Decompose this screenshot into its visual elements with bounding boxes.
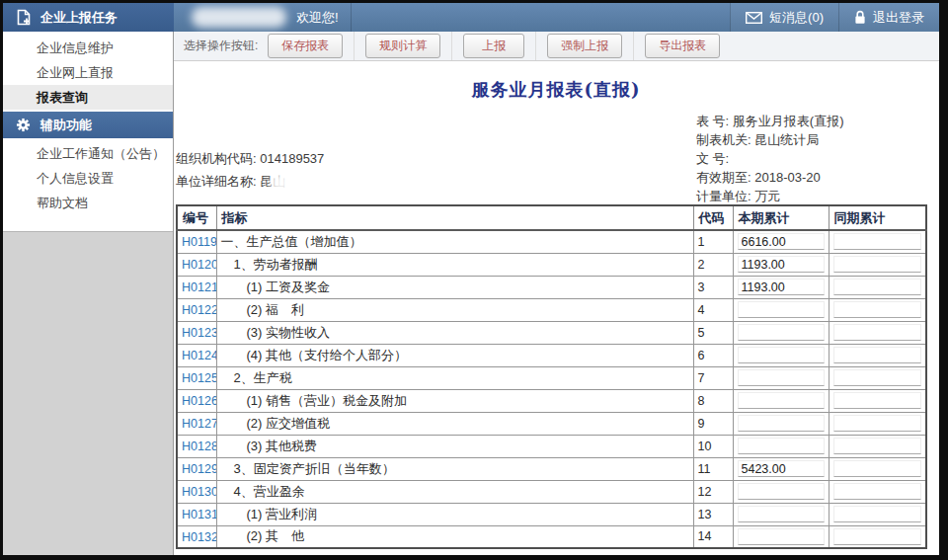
code-cell: 11 bbox=[693, 457, 733, 480]
prior-period-input[interactable] bbox=[833, 369, 922, 386]
row-id-link[interactable]: H0129 bbox=[182, 462, 216, 476]
prior-period-input[interactable] bbox=[833, 506, 922, 522]
save-report-button[interactable]: 保存报表 bbox=[268, 34, 343, 58]
row-id-link[interactable]: H0120 bbox=[182, 258, 216, 272]
toolbar-separator bbox=[535, 32, 536, 60]
current-period-input[interactable] bbox=[738, 506, 825, 522]
prior-period-input[interactable] bbox=[833, 347, 922, 363]
sidebar-section-header-aux[interactable]: 辅助功能 bbox=[3, 112, 173, 138]
current-period-input[interactable] bbox=[738, 324, 825, 341]
current-period-input[interactable] bbox=[738, 233, 825, 250]
content-area: 选择操作按钮: 保存报表 规则计算 上报 强制上报 导出报表 服务业月报表(直报… bbox=[174, 32, 939, 555]
messages-button[interactable]: 短消息(0) bbox=[730, 3, 838, 32]
report-meta-right: 表 号: 服务业月报表(直报) 制表机关: 昆山统计局 文 号: 有效期至: 2… bbox=[696, 112, 844, 205]
toolbar-label: 选择操作按钮: bbox=[184, 38, 258, 54]
indicator-cell: 4、营业盈余 bbox=[216, 480, 693, 503]
rule-calc-button[interactable]: 规则计算 bbox=[365, 34, 440, 58]
row-id-link[interactable]: H0123 bbox=[182, 326, 216, 340]
export-report-button[interactable]: 导出报表 bbox=[645, 34, 720, 58]
col-header-indicator: 指标 bbox=[216, 205, 693, 230]
code-cell: 9 bbox=[693, 412, 733, 435]
logout-label: 退出登录 bbox=[873, 9, 924, 27]
table-row: H0120 1、劳动者报酬 2 bbox=[177, 253, 926, 276]
row-id-link[interactable]: H0126 bbox=[182, 394, 216, 408]
code-cell: 10 bbox=[693, 435, 733, 457]
sidebar-item-report-query[interactable]: 报表查询 bbox=[3, 85, 173, 110]
unit-of-measure-value: 万元 bbox=[754, 189, 780, 203]
indicator-cell: (2) 应交增值税 bbox=[216, 412, 693, 435]
prior-period-input[interactable] bbox=[833, 256, 922, 273]
current-period-input[interactable] bbox=[738, 460, 825, 477]
header-actions: 短消息(0) 退出登录 bbox=[730, 3, 939, 32]
current-period-input[interactable] bbox=[738, 438, 825, 454]
current-period-input[interactable] bbox=[738, 392, 825, 409]
prior-period-input[interactable] bbox=[833, 301, 922, 318]
submit-button[interactable]: 上报 bbox=[463, 34, 524, 58]
current-period-input[interactable] bbox=[738, 415, 825, 432]
current-period-input[interactable] bbox=[738, 347, 825, 363]
sidebar-item-online-report[interactable]: 企业网上直报 bbox=[3, 60, 173, 85]
form-no-label: 表 号: bbox=[696, 112, 729, 130]
current-period-input[interactable] bbox=[738, 279, 825, 295]
unit-name-label: 单位详细名称: bbox=[176, 174, 257, 189]
sidebar-item-help-docs[interactable]: 帮助文档 bbox=[3, 191, 173, 215]
app-window: 企业上报任务 欢迎您! 短消息(0) 退出登录 bbox=[3, 3, 939, 555]
unit-name-redacted bbox=[271, 174, 344, 192]
row-id-link[interactable]: H0130 bbox=[182, 485, 216, 499]
current-period-input[interactable] bbox=[738, 369, 825, 386]
current-period-input[interactable] bbox=[738, 301, 825, 318]
row-id-link[interactable]: H0127 bbox=[182, 417, 216, 431]
indicator-cell: (2) 福 利 bbox=[216, 298, 693, 321]
indicator-cell: 3、固定资产折旧（当年数） bbox=[216, 457, 693, 480]
gear-icon bbox=[16, 118, 31, 132]
report-title: 服务业月报表(直报) bbox=[174, 78, 938, 102]
toolbar-separator bbox=[451, 32, 452, 60]
row-id-link[interactable]: H0131 bbox=[182, 508, 216, 521]
sidebar-section-header-tasks[interactable]: 企业上报任务 bbox=[3, 3, 174, 32]
prior-period-input[interactable] bbox=[833, 324, 922, 341]
row-id-link[interactable]: H0125 bbox=[182, 371, 216, 385]
current-period-input[interactable] bbox=[738, 528, 825, 545]
prior-period-input[interactable] bbox=[833, 279, 922, 295]
sidebar-item-work-notice[interactable]: 企业工作通知（公告） bbox=[3, 141, 173, 166]
code-cell: 12 bbox=[693, 480, 733, 503]
prior-period-input[interactable] bbox=[833, 460, 922, 477]
row-id-link[interactable]: H0119 bbox=[182, 235, 216, 249]
valid-until-label: 有效期至: bbox=[696, 168, 751, 187]
current-period-input[interactable] bbox=[738, 483, 825, 500]
table-header-row: 编号 指标 代码 本期累计 同期累计 bbox=[177, 205, 926, 230]
code-cell: 5 bbox=[693, 321, 733, 344]
row-id-link[interactable]: H0132 bbox=[182, 530, 216, 544]
code-cell: 2 bbox=[693, 253, 733, 276]
org-code-label: 组织机构代码: bbox=[176, 151, 257, 166]
row-id-link[interactable]: H0128 bbox=[182, 440, 216, 453]
indicator-cell: 一、生产总值（增加值） bbox=[216, 230, 693, 253]
prior-period-input[interactable] bbox=[833, 483, 922, 500]
current-period-input[interactable] bbox=[738, 256, 825, 273]
table-row: H0122 (2) 福 利 4 bbox=[177, 298, 926, 321]
prior-period-input[interactable] bbox=[833, 528, 922, 545]
prior-period-input[interactable] bbox=[833, 415, 922, 432]
indicator-cell: (3) 其他税费 bbox=[216, 435, 693, 457]
code-cell: 13 bbox=[693, 503, 733, 525]
sidebar-item-personal-settings[interactable]: 个人信息设置 bbox=[3, 166, 173, 191]
row-id-link[interactable]: H0122 bbox=[182, 303, 216, 317]
prior-period-input[interactable] bbox=[833, 438, 922, 454]
sidebar-item-enterprise-info[interactable]: 企业信息维护 bbox=[3, 36, 173, 60]
force-submit-button[interactable]: 强制上报 bbox=[547, 34, 622, 58]
col-header-id: 编号 bbox=[177, 205, 216, 230]
logout-button[interactable]: 退出登录 bbox=[838, 3, 939, 32]
issuing-agency-label: 制表机关: bbox=[696, 130, 751, 149]
prior-period-input[interactable] bbox=[833, 392, 922, 409]
welcome-text: 欢迎您! bbox=[296, 9, 339, 27]
prior-period-input[interactable] bbox=[833, 233, 922, 250]
indicator-cell: (2) 其 他 bbox=[216, 525, 693, 548]
row-id-link[interactable]: H0121 bbox=[182, 280, 216, 294]
valid-until-value: 2018-03-20 bbox=[754, 170, 821, 185]
code-cell: 6 bbox=[693, 344, 733, 366]
indicator-cell: (1) 销售（营业）税金及附加 bbox=[216, 389, 693, 412]
form-no-value: 服务业月报表(直报) bbox=[733, 114, 844, 128]
sidebar: 企业信息维护 企业网上直报 报表查询 辅助功能 企业工作通知（公告） 个人信息设… bbox=[3, 32, 174, 555]
document-plus-icon bbox=[16, 9, 32, 26]
row-id-link[interactable]: H0124 bbox=[182, 349, 216, 362]
